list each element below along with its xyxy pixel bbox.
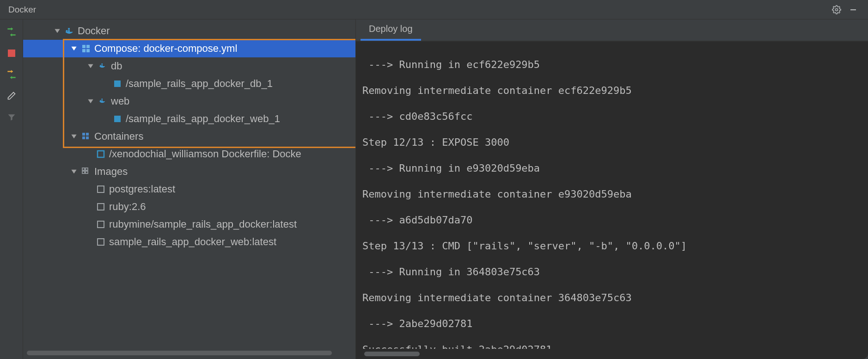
settings-gear-icon[interactable]: [830, 3, 843, 16]
chevron-down-icon: [86, 97, 95, 106]
stop-button[interactable]: [4, 45, 19, 61]
log-line: ---> 2abe29d02781: [362, 317, 863, 330]
filter-button[interactable]: [4, 109, 19, 125]
tree-horizontal-scrollbar[interactable]: [27, 350, 352, 356]
chevron-down-icon: [69, 132, 79, 141]
svg-rect-13: [114, 80, 121, 87]
tree-label: db: [111, 60, 122, 72]
log-line: Removing intermediate container 364803e7…: [362, 291, 863, 304]
tree-node-image-ruby[interactable]: ruby:2.6: [23, 198, 355, 216]
docker-icon: [64, 25, 75, 37]
container-running-icon: [112, 78, 123, 89]
tree-label: rubymine/sample_rails_app_docker:latest: [109, 218, 297, 230]
svg-rect-3: [66, 30, 68, 32]
chevron-down-icon: [86, 62, 95, 71]
tree-label: web: [111, 95, 129, 107]
svg-rect-24: [86, 168, 88, 170]
svg-rect-22: [98, 151, 104, 157]
edit-button[interactable]: [4, 88, 19, 104]
tree-label: Containers: [94, 130, 143, 142]
svg-rect-30: [98, 239, 104, 245]
minimize-icon[interactable]: [847, 3, 860, 16]
svg-rect-27: [98, 186, 104, 192]
log-content: ---> Running in ecf622e929b5 Removing in…: [362, 45, 863, 349]
container-running-icon: [112, 113, 123, 124]
docker-tool-window: Docker: [0, 0, 868, 359]
tree-node-containers[interactable]: Containers: [23, 128, 355, 145]
tree-label: ruby:2.6: [109, 201, 146, 213]
image-icon: [95, 184, 106, 195]
log-line: ---> Running in ecf622e929b5: [362, 58, 863, 71]
chevron-down-icon: [69, 167, 79, 176]
container-stopped-icon: [95, 149, 106, 160]
tree-label: Images: [94, 166, 128, 178]
action-toolbar: [0, 19, 23, 359]
svg-rect-12: [102, 63, 103, 65]
svg-rect-4: [68, 30, 70, 32]
deploy-button[interactable]: [4, 24, 19, 40]
log-line: Removing intermediate container e93020d5…: [362, 188, 863, 201]
redeploy-button[interactable]: [4, 67, 19, 82]
svg-rect-14: [100, 100, 101, 102]
svg-rect-23: [82, 168, 85, 170]
tree-label: Docker: [78, 25, 110, 37]
svg-rect-9: [86, 49, 90, 52]
window-title: Docker: [8, 5, 826, 15]
image-icon: [95, 201, 106, 212]
log-line: Removing intermediate container ecf622e9…: [362, 84, 863, 97]
tree-node-image-rubymine[interactable]: rubymine/sample_rails_app_docker:latest: [23, 216, 355, 233]
tree-label: /sample_rails_app_docker_web_1: [126, 113, 280, 125]
tree-label: /sample_rails_app_docker_db_1: [126, 78, 273, 90]
details-panel: Deploy log ---> Running in ecf622e929b5 …: [356, 19, 868, 359]
tree-label: postgres:latest: [109, 183, 175, 195]
svg-rect-21: [86, 136, 89, 139]
log-line: ---> a6d5db07da70: [362, 214, 863, 227]
docker-icon: [97, 61, 108, 72]
log-line: Successfully built 2abe29d02781: [362, 343, 863, 349]
tree-node-images[interactable]: Images: [23, 163, 355, 180]
image-icon: [95, 219, 106, 230]
services-tree[interactable]: Docker Compose: docker-compose.yml: [23, 19, 355, 350]
log-line: ---> Running in e93020d59eba: [362, 162, 863, 175]
tree-node-container-web[interactable]: /sample_rails_app_docker_web_1: [23, 110, 355, 128]
docker-icon: [97, 96, 108, 107]
compose-icon: [80, 43, 92, 54]
svg-rect-17: [114, 116, 121, 122]
svg-rect-26: [86, 171, 88, 173]
log-line: ---> cd0e83c56fcc: [362, 110, 863, 123]
tab-deploy-log[interactable]: Deploy log: [361, 19, 421, 41]
svg-rect-15: [102, 100, 103, 102]
tree-label: sample_rails_app_docker_web:latest: [109, 236, 276, 248]
svg-rect-8: [82, 49, 86, 52]
tree-node-image-postgres[interactable]: postgres:latest: [23, 180, 355, 198]
deploy-log[interactable]: ---> Running in ecf622e929b5 Removing in…: [356, 42, 868, 359]
tree-node-service-web[interactable]: web: [23, 93, 355, 110]
tree-node-image-webapp[interactable]: sample_rails_app_docker_web:latest: [23, 233, 355, 251]
tree-node-container-other[interactable]: /xenodochial_williamson Dockerfile: Dock…: [23, 145, 355, 163]
svg-point-0: [836, 8, 838, 11]
svg-rect-10: [100, 65, 101, 67]
tree-node-container-db[interactable]: /sample_rails_app_docker_db_1: [23, 75, 355, 93]
svg-rect-29: [98, 221, 104, 228]
tree-node-docker-root[interactable]: Docker: [23, 22, 355, 40]
svg-rect-11: [102, 65, 103, 67]
log-line: Step 13/13 : CMD ["rails", "server", "-b…: [362, 240, 863, 253]
chevron-down-icon: [69, 44, 79, 53]
svg-rect-6: [82, 45, 86, 48]
tree-label: Compose: docker-compose.yml: [94, 43, 237, 55]
titlebar: Docker: [0, 0, 868, 19]
svg-rect-16: [102, 99, 103, 100]
svg-rect-28: [98, 204, 104, 210]
svg-rect-19: [86, 133, 89, 136]
tree-node-service-db[interactable]: db: [23, 57, 355, 75]
svg-rect-25: [82, 171, 85, 173]
svg-rect-2: [8, 50, 15, 57]
images-group-icon: [80, 166, 92, 177]
log-horizontal-scrollbar[interactable]: [362, 351, 863, 357]
tree-label: /xenodochial_williamson Dockerfile: Dock…: [109, 148, 301, 160]
svg-rect-7: [86, 45, 90, 48]
tree-node-compose[interactable]: Compose: docker-compose.yml: [23, 40, 355, 57]
svg-rect-5: [68, 28, 70, 30]
containers-group-icon: [80, 131, 92, 142]
details-tabs: Deploy log: [356, 19, 868, 42]
